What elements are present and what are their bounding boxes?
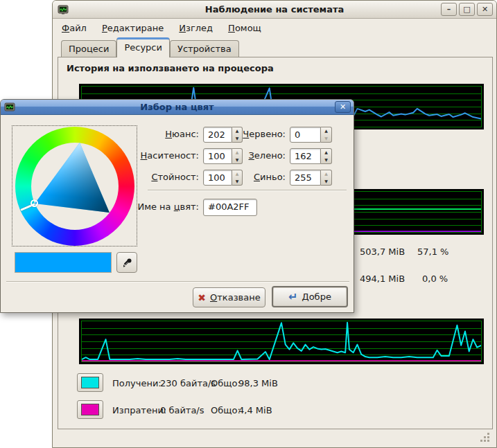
cancel-x-icon: ✖: [198, 292, 206, 303]
tabbar: Процеси Ресурси Устройства: [61, 37, 491, 57]
sent-color-button[interactable]: [77, 400, 103, 419]
sent-label: Изпратени:: [112, 405, 166, 415]
menu-help[interactable]: Помощ: [223, 21, 266, 35]
color-picker-dialog: Избор на цвят ✕ Нюанс: 202 ▲▼ Наситеност…: [0, 99, 354, 313]
selected-color-swatch: [15, 252, 112, 273]
swap-used-percent: 0,0 %: [422, 274, 448, 284]
blue-label: Синьо:: [209, 172, 286, 182]
green-spinner[interactable]: ▲▼: [321, 148, 332, 164]
eyedropper-icon: [121, 257, 133, 269]
resize-grip[interactable]: [487, 440, 489, 442]
cpu-history-heading: История на използването на процесора: [67, 63, 274, 73]
menubar: Файл Редактиране Изглед Помощ: [53, 19, 496, 36]
red-input[interactable]: 0: [290, 127, 321, 143]
color-name-input[interactable]: #00A2FF: [203, 199, 257, 216]
network-history-graph: [79, 319, 484, 364]
eyedropper-button[interactable]: [116, 252, 137, 273]
red-label: Червено:: [209, 129, 286, 139]
actions-separator: [6, 281, 349, 283]
dialog-titlebar[interactable]: Избор на цвят ✕: [1, 100, 354, 115]
received-color-swatch: [81, 377, 99, 388]
red-spinner[interactable]: ▲▼: [321, 127, 332, 143]
main-titlebar[interactable]: Наблюдение на системата – □ ✕: [53, 1, 496, 19]
saturation-label: Наситеност:: [116, 150, 199, 161]
green-input[interactable]: 162: [290, 148, 321, 164]
color-wheel[interactable]: [12, 125, 137, 247]
sent-rate: 0 байта/s: [160, 405, 204, 415]
blue-input[interactable]: 255: [290, 170, 321, 186]
sv-selector[interactable]: [30, 199, 38, 207]
sent-total-label: Общо:: [211, 405, 241, 415]
menu-edit[interactable]: Редактиране: [97, 21, 168, 35]
memory-used-value: 503,7 MiB: [360, 247, 405, 257]
swap-used-value: 494,1 MiB: [360, 274, 405, 284]
tab-devices[interactable]: Устройства: [170, 40, 239, 57]
tab-processes[interactable]: Процеси: [61, 40, 116, 57]
dialog-close-button[interactable]: ✕: [335, 101, 351, 113]
maximize-button[interactable]: □: [459, 3, 475, 16]
green-label: Зелено:: [209, 150, 286, 161]
ok-enter-icon: ↵: [288, 290, 297, 303]
menu-view[interactable]: Изглед: [174, 21, 218, 35]
received-color-button[interactable]: [77, 373, 103, 392]
ok-button[interactable]: ↵ Добре: [272, 286, 348, 307]
close-button[interactable]: ✕: [477, 3, 493, 16]
sent-color-swatch: [81, 404, 99, 415]
hue-label: Нюанс:: [116, 129, 199, 139]
minimize-button[interactable]: –: [441, 3, 457, 16]
received-label: Получени:: [112, 378, 162, 388]
received-total: 98,3 MiB: [238, 378, 278, 388]
cancel-button[interactable]: ✖ Отказване: [193, 287, 265, 307]
sent-total: 4,4 MiB: [238, 405, 272, 415]
color-name-label: Име на цвят:: [109, 201, 199, 212]
main-window-title: Наблюдение на системата: [53, 4, 496, 15]
blue-spinner[interactable]: ▲▼: [321, 170, 332, 186]
received-total-label: Общо:: [211, 378, 241, 388]
fields-separator: [148, 190, 347, 191]
cancel-button-label: Отказване: [210, 292, 261, 303]
memory-used-percent: 57,1 %: [417, 247, 448, 257]
dialog-title: Избор на цвят: [1, 102, 354, 112]
received-rate: 230 байта/s: [160, 378, 216, 388]
value-label: Стойност:: [116, 172, 199, 182]
menu-file[interactable]: Файл: [57, 21, 91, 35]
ok-button-label: Добре: [302, 292, 331, 302]
tab-resources[interactable]: Ресурси: [116, 37, 170, 57]
screen: Наблюдение на системата – □ ✕ Файл Редак…: [0, 0, 497, 448]
